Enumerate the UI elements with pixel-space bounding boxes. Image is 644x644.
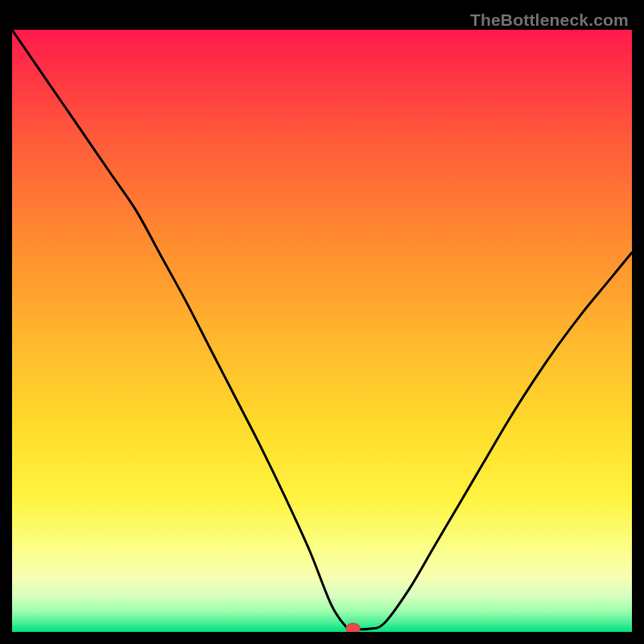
plot-background: [12, 30, 632, 632]
chart-frame: TheBottleneck.com: [12, 12, 632, 632]
optimum-marker: [346, 623, 361, 632]
bottleneck-chart: [12, 12, 632, 632]
watermark-label: TheBottleneck.com: [470, 10, 629, 30]
